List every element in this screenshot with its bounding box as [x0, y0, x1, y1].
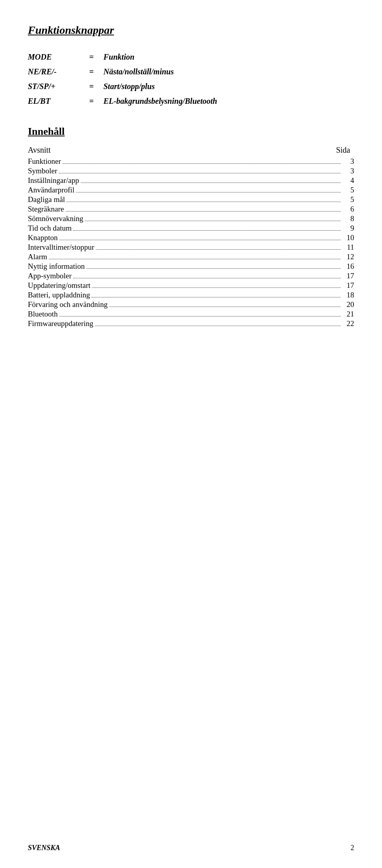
toc-dots	[92, 287, 341, 288]
contents-title: Innehåll	[28, 126, 354, 138]
toc-item-label: Uppdatering/omstart	[28, 281, 90, 290]
toc-item-page: 9	[342, 224, 354, 233]
key-equals: =	[80, 52, 103, 62]
key-row: EL/BT=EL-bakgrundsbelysning/Bluetooth	[28, 97, 354, 106]
toc-item-page: 3	[342, 157, 354, 166]
toc-item: Sömnövervakning8	[28, 214, 354, 223]
toc-item-label: Batteri, uppladdning	[28, 291, 90, 299]
toc-dots	[109, 307, 341, 307]
toc-item: Knappton10	[28, 233, 354, 242]
toc-list: Funktioner3Symboler3Inställningar/app4An…	[28, 157, 354, 328]
toc-item-label: Symboler	[28, 167, 57, 175]
toc-item: Batteri, uppladdning18	[28, 291, 354, 299]
key-equals: =	[80, 82, 103, 91]
toc-item-page: 16	[342, 262, 354, 271]
key-description: EL-bakgrundsbelysning/Bluetooth	[103, 97, 217, 106]
toc-item: Alarm12	[28, 252, 354, 261]
key-equals: =	[80, 97, 103, 106]
toc-item-page: 17	[342, 281, 354, 290]
key-row: ST/SP/+=Start/stopp/plus	[28, 82, 354, 91]
toc-item: Funktioner3	[28, 157, 354, 166]
toc-item: Tid och datum9	[28, 224, 354, 233]
toc-dots	[85, 221, 341, 221]
toc-item: App-symboler17	[28, 272, 354, 280]
toc-item-label: Stegräknare	[28, 205, 64, 214]
toc-item-page: 12	[342, 252, 354, 261]
toc-dots	[66, 202, 341, 202]
toc-item: Symboler3	[28, 167, 354, 175]
toc-dots	[59, 173, 341, 173]
footer-page-number: 2	[351, 844, 354, 852]
footer-language: SVENSKA	[28, 844, 60, 852]
toc-item-page: 18	[342, 291, 354, 299]
toc-item: Inställningar/app4	[28, 176, 354, 185]
key-name: ST/SP/+	[28, 82, 80, 91]
toc-item: Intervalltimer/stoppur11	[28, 243, 354, 252]
toc-dots	[59, 240, 341, 240]
toc-item: Nyttig information16	[28, 262, 354, 271]
toc-item-page: 6	[342, 205, 354, 214]
toc-item-label: Bluetooth	[28, 310, 58, 318]
toc-dots	[92, 297, 341, 297]
key-name: NE/RE/-	[28, 67, 80, 76]
toc-item-label: Användarprofil	[28, 186, 74, 194]
toc-col-page: Sida	[336, 146, 350, 155]
key-description: Nästa/nollställ/minus	[103, 67, 174, 76]
key-description: Funktion	[103, 52, 134, 62]
key-row: MODE=Funktion	[28, 52, 354, 62]
toc-item-label: App-symboler	[28, 272, 72, 280]
toc-item: Dagliga mål5	[28, 195, 354, 204]
toc-item-label: Tid och datum	[28, 224, 72, 233]
toc-dots	[81, 183, 341, 183]
toc-item-label: Sömnövervakning	[28, 214, 83, 223]
key-name: EL/BT	[28, 97, 80, 106]
toc-item-page: 3	[342, 167, 354, 175]
toc-item-page: 5	[342, 186, 354, 194]
page-title: Funktionsknappar	[28, 24, 354, 37]
key-row: NE/RE/-=Nästa/nollställ/minus	[28, 67, 354, 76]
key-description: Start/stopp/plus	[103, 82, 155, 91]
toc-item-label: Alarm	[28, 252, 47, 261]
toc-item-page: 4	[342, 176, 354, 185]
toc-item: Firmwareuppdatering22	[28, 319, 354, 328]
key-name: MODE	[28, 52, 80, 62]
toc-item-label: Funktioner	[28, 157, 61, 166]
toc-item-label: Knappton	[28, 233, 58, 242]
toc-item: Förvaring och användning20	[28, 300, 354, 309]
toc-item: Bluetooth21	[28, 310, 354, 318]
toc-dots	[73, 230, 341, 231]
toc-dots	[95, 326, 341, 326]
toc-dots	[49, 259, 341, 259]
toc-dots	[66, 211, 341, 212]
toc-dots	[62, 163, 341, 164]
key-equals: =	[80, 67, 103, 76]
toc-col-section: Avsnitt	[28, 146, 51, 155]
toc-item-label: Nyttig information	[28, 262, 85, 271]
toc-item: Stegräknare6	[28, 205, 354, 214]
toc-item-page: 20	[342, 300, 354, 309]
toc-item-label: Dagliga mål	[28, 195, 65, 204]
toc-dots	[73, 278, 341, 278]
toc-item-page: 10	[342, 233, 354, 242]
toc-item-page: 22	[342, 319, 354, 328]
toc-dots	[76, 192, 341, 192]
toc-dots	[86, 268, 341, 269]
toc-item-label: Inställningar/app	[28, 176, 79, 185]
toc-dots	[96, 249, 341, 250]
toc-item-page: 11	[342, 243, 354, 252]
toc-item-page: 17	[342, 272, 354, 280]
footer: SVENSKA 2	[28, 844, 354, 852]
key-definitions: MODE=FunktionNE/RE/-=Nästa/nollställ/min…	[28, 52, 354, 106]
toc-item-label: Förvaring och användning	[28, 300, 108, 309]
toc-item-label: Firmwareuppdatering	[28, 319, 94, 328]
toc-item-label: Intervalltimer/stoppur	[28, 243, 94, 252]
toc-item-page: 5	[342, 195, 354, 204]
toc-header: Avsnitt Sida	[28, 146, 354, 155]
toc-item-page: 8	[342, 214, 354, 223]
toc-item: Användarprofil5	[28, 186, 354, 194]
toc-item: Uppdatering/omstart17	[28, 281, 354, 290]
toc-dots	[59, 316, 341, 317]
toc-item-page: 21	[342, 310, 354, 318]
